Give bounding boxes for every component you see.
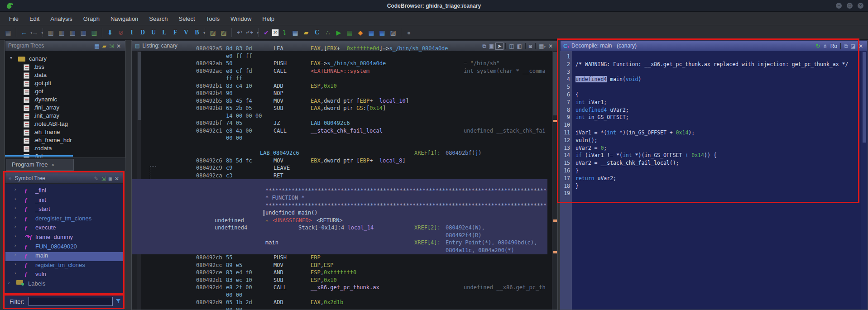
export-green-icon[interactable]: ⤵ <box>279 27 290 38</box>
symbol-item-vuln[interactable]: ›ƒvuln <box>5 271 123 280</box>
filter-options-icon[interactable] <box>115 298 121 304</box>
listing-row-080492c6[interactable]: 080492c68b 5d fcMOVEBX,dword ptr [EBP + … <box>132 157 547 165</box>
listing-row-080492b5[interactable]: 080492b58b 45 f4MOVEAX,dword ptr [EBP + … <box>132 97 547 105</box>
undefine-u-icon[interactable]: U <box>148 27 159 38</box>
listing-row-080492ac[interactable]: 080492ace8 cf fdCALL<EXTERNAL>::systemin… <box>132 67 547 75</box>
listing-row-080492ab[interactable]: 080492ab50PUSHEAX=>s_/bin/sh_0804a0de= "… <box>132 60 547 67</box>
symbol-item-labels[interactable]: ›Labels <box>5 280 123 289</box>
decompile-scrollbar[interactable] <box>861 51 868 310</box>
expand-icon[interactable]: › <box>14 187 16 192</box>
decompile-line-18[interactable]: 18} <box>560 182 861 190</box>
filter-input[interactable] <box>29 297 113 306</box>
menu-search[interactable]: Search <box>144 14 172 24</box>
table-export-icon[interactable]: ▦ <box>377 27 388 38</box>
memory-patch-icon[interactable]: ▥ <box>45 27 56 38</box>
save-icon[interactable]: ▦ <box>3 27 14 38</box>
edit-icon[interactable]: ✎ <box>93 176 100 182</box>
listing-row[interactable] <box>132 179 547 187</box>
refresh-icon[interactable]: ↻ <box>815 43 822 49</box>
expand-icon[interactable]: › <box>14 224 16 229</box>
decompile-line-13[interactable]: 13 uVar2 = 0; <box>560 144 861 152</box>
expand-icon[interactable]: › <box>14 196 16 201</box>
expand-icon[interactable]: › <box>14 234 16 238</box>
listing-row[interactable]: 14 00 00 00 <box>132 112 547 120</box>
decompile-line-5[interactable]: 5 <box>560 83 861 91</box>
listing-row-080492ca[interactable]: 080492cac3RET <box>132 172 547 180</box>
listing-row-080492ce[interactable]: 080492ce83 e4 f0ANDESP,0xfffffff0 <box>132 269 547 277</box>
decompile-line-11[interactable]: 11 iVar1 = *(int *)(in_GS_OFFSET + 0x14)… <box>560 129 861 137</box>
analysis-marker[interactable] <box>553 251 557 253</box>
decompile-line-7[interactable]: 7 int iVar1; <box>560 99 861 106</box>
clone-c-icon[interactable]: C <box>312 27 322 38</box>
decompile-line-9[interactable]: 9 int in_GS_OFFSET; <box>560 114 861 121</box>
listing-row[interactable]: 080492f4(R) <box>132 232 547 239</box>
decompile-line-2[interactable]: 2/* WARNING: Function: __x86.get_pc_thun… <box>560 61 861 68</box>
expand-icon[interactable]: › <box>14 271 16 276</box>
symbol-item-frame_dummy[interactable]: ›↷ƒframe_dummy <box>5 234 123 243</box>
decompile-line-12[interactable]: 12 vuln(); <box>560 137 861 144</box>
graph-icon[interactable]: ⋔ <box>822 43 829 49</box>
decompile-line-19[interactable]: 19 <box>560 190 861 197</box>
symbol-item-_fini[interactable]: ›ƒ_fini <box>5 187 123 196</box>
tab-close-icon[interactable]: × <box>51 162 54 167</box>
binary-view-icon[interactable]: 10 <box>272 29 279 36</box>
export-icon[interactable]: ◪ <box>849 43 857 49</box>
minimize-button[interactable]: – <box>836 3 842 9</box>
data-d-icon[interactable]: D <box>137 27 148 38</box>
analysis-marker[interactable] <box>553 120 557 122</box>
forward-icon[interactable]: →▾ <box>29 27 40 38</box>
tree-icon[interactable]: ∴ <box>322 27 333 38</box>
listing-row-080492b4[interactable]: 080492b490NOP <box>132 90 547 97</box>
symbol-item-main[interactable]: ›ƒmain <box>5 252 123 261</box>
listing-row-080492d1[interactable]: 080492d183 ec 10SUBESP,0x10 <box>132 277 547 284</box>
navigate-down-icon[interactable]: ⬇ <box>105 27 115 38</box>
run-script-icon[interactable]: ▶ <box>333 27 344 38</box>
symbol-item-register_tm_clones[interactable]: ›ƒregister_tm_clones <box>5 262 123 271</box>
table-blue-icon[interactable]: ▦ <box>366 27 377 38</box>
listing-row-080492bf[interactable]: 080492bf74 05JZLAB_080492c6 <box>132 119 547 127</box>
undo-icon[interactable]: ↶▾ <box>234 27 245 38</box>
listing-row[interactable]: ff ff <box>132 75 547 82</box>
open-folder-icon[interactable]: ▰ <box>101 43 108 49</box>
listing-row[interactable]: 00 00 <box>132 306 547 310</box>
listing-row-080492a5[interactable]: 080492a58d 83 0dLEAEAX,[EBX + 0xfffffe0d… <box>132 45 547 52</box>
memory-split-icon[interactable]: ▥ <box>78 27 89 38</box>
menu-edit[interactable]: Edit <box>25 14 44 24</box>
readonly-ro-icon[interactable]: Ro <box>829 43 839 49</box>
expand-icon[interactable]: › <box>14 243 16 248</box>
sweep-icon[interactable]: ▨ <box>388 27 398 38</box>
datatype-folder-icon[interactable]: ▰ <box>301 27 312 38</box>
analysis-marker[interactable] <box>553 219 557 222</box>
decompile-line-14[interactable]: 14 if (iVar1 != *(int *)(in_GS_OFFSET + … <box>560 152 861 159</box>
stop-icon[interactable]: ⊘ <box>115 27 126 38</box>
expand-icon[interactable]: › <box>14 252 16 257</box>
listing-row[interactable]: undefined main() <box>132 209 547 217</box>
collapse-icon[interactable]: ▾ <box>10 55 12 60</box>
listing-row-080492b1[interactable]: 080492b183 c4 10ADDESP,0x10 <box>132 82 547 90</box>
listing-row[interactable]: mainXREF[4]:Entry Point(*), 080490bd(c), <box>132 239 547 247</box>
listing-row[interactable]: ****************************************… <box>132 187 547 195</box>
listing-row-080492d4[interactable]: 080492d4e8 2f 00CALL__x86.get_pc_thunk.a… <box>132 284 547 291</box>
camera-icon[interactable]: ◙ <box>107 176 113 182</box>
menu-tools[interactable]: Tools <box>201 14 224 24</box>
listing-row-080492c1[interactable]: 080492c1e8 4a 00CALL__stack_chk_fail_loc… <box>132 127 547 135</box>
redo-icon[interactable]: ↷▾ <box>245 27 256 38</box>
listing-row-080492c9[interactable]: 080492c9c9LEAVE <box>132 164 547 172</box>
memory-grid-icon[interactable]: ▦ <box>344 27 355 38</box>
menu-graph[interactable]: Graph <box>79 14 104 24</box>
listing-view-icon[interactable]: ▦ <box>290 27 301 38</box>
globe-icon[interactable]: ● <box>403 27 414 38</box>
decompile-line-3[interactable]: 3 <box>560 68 861 76</box>
listing-row[interactable]: e0 ff ff <box>132 52 547 60</box>
expand-icon[interactable]: › <box>8 280 10 285</box>
close-icon[interactable]: ✕ <box>547 43 554 49</box>
bookmark-b-icon[interactable]: B▾ <box>192 27 202 38</box>
decompile-line-16[interactable]: 16 } <box>560 167 861 175</box>
instruction-i-icon[interactable]: I <box>126 27 137 38</box>
variable-v-icon[interactable]: V <box>181 27 192 38</box>
symbol-item-_init[interactable]: ›ƒ_init <box>5 196 123 205</box>
close-icon[interactable]: ✕ <box>857 43 864 49</box>
symbol-item-execute[interactable]: ›ƒexecute <box>5 224 123 233</box>
symbol-item-_start[interactable]: ›ƒ_start <box>5 205 123 215</box>
close-icon[interactable]: ✕ <box>113 176 120 182</box>
